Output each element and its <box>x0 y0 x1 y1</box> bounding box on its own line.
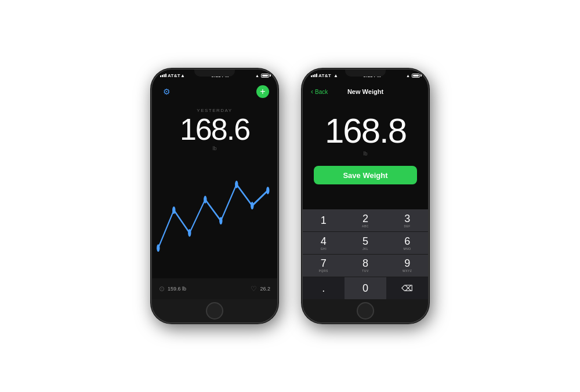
wifi-icon-1: ▲ <box>180 73 185 78</box>
health-icon: ♡ <box>251 285 257 293</box>
phone-2: AT&T ▲ 5:11 PM ▲ ‹ Back New Weight 168.8… <box>302 68 429 324</box>
toolbar-weight-history[interactable]: ⊙ 159.6 lb <box>159 285 186 293</box>
weight-unit-2: lb <box>363 151 367 157</box>
keypad: 1 2 ABC 3 DEF 4 GHI 5 JKL 6 MNO <box>303 209 428 299</box>
time-2: 5:11 PM <box>363 73 380 78</box>
key-7[interactable]: 7 PQRS <box>303 255 345 277</box>
phone-1-screen: AT&T ▲ 5:11 PM ▲ ⚙ + YESTERDAY 168.6 lb <box>152 70 277 322</box>
home-button-1[interactable] <box>206 302 223 320</box>
phone-2-screen: AT&T ▲ 5:11 PM ▲ ‹ Back New Weight 168.8… <box>303 70 428 322</box>
key-5[interactable]: 5 JKL <box>345 232 386 254</box>
signal-arrow-2: ▲ <box>406 74 410 78</box>
key-backspace[interactable]: ⌫ <box>386 277 428 299</box>
svg-point-2 <box>172 206 175 214</box>
chevron-left-icon: ‹ <box>311 88 313 96</box>
key-9[interactable]: 9 WXYZ <box>386 255 428 277</box>
bottom-toolbar: ⊙ 159.6 lb ♡ 26.2 <box>152 278 277 299</box>
back-label: Back <box>315 89 328 95</box>
home-button-area-1 <box>152 299 277 322</box>
svg-point-6 <box>235 180 238 188</box>
svg-point-5 <box>219 217 222 224</box>
key-4[interactable]: 4 GHI <box>303 232 345 254</box>
add-button[interactable]: + <box>256 85 269 98</box>
chart-svg <box>152 157 277 278</box>
svg-point-7 <box>251 202 253 209</box>
carrier-text-1: AT&T <box>168 73 180 78</box>
carrier-text-2: AT&T <box>318 73 331 78</box>
weight-value-1: 168.6 <box>180 114 249 144</box>
key-3[interactable]: 3 DEF <box>386 209 428 231</box>
svg-point-4 <box>204 196 206 204</box>
weight-chart <box>152 157 277 278</box>
history-icon: ⊙ <box>159 285 165 293</box>
battery-icon-1 <box>261 74 269 78</box>
home-button-2[interactable] <box>357 302 374 320</box>
bmi-value: 26.2 <box>260 286 270 292</box>
nav-title: New Weight <box>347 88 383 95</box>
svg-point-1 <box>157 244 160 252</box>
status-bar-1: AT&T ▲ 5:11 PM ▲ <box>152 70 277 81</box>
weight-unit-1: lb <box>212 146 216 151</box>
key-0[interactable]: 0 <box>345 277 386 299</box>
carrier-1 <box>160 74 166 77</box>
back-button[interactable]: ‹ Back <box>311 88 328 96</box>
status-bar-2: AT&T ▲ 5:11 PM ▲ <box>303 70 428 81</box>
save-weight-button[interactable]: Save Weight <box>314 166 416 184</box>
battery-area-2: ▲ <box>406 74 420 78</box>
key-dot[interactable]: . <box>303 277 345 299</box>
signal-arrow-1: ▲ <box>255 74 259 78</box>
key-1[interactable]: 1 <box>303 209 345 231</box>
weight-history-value: 159.6 lb <box>168 286 186 292</box>
battery-icon-2 <box>412 74 420 78</box>
key-6[interactable]: 6 MNO <box>386 232 428 254</box>
svg-point-3 <box>188 229 191 237</box>
key-8[interactable]: 8 TUV <box>345 255 386 277</box>
nav-bar-2: ‹ Back New Weight <box>303 81 428 102</box>
backspace-icon: ⌫ <box>401 284 413 293</box>
time-1: 5:11 PM <box>211 73 229 78</box>
home-button-area-2 <box>303 299 428 322</box>
phone-1: AT&T ▲ 5:11 PM ▲ ⚙ + YESTERDAY 168.6 lb <box>151 68 278 324</box>
main-content-2: 168.8 lb Save Weight <box>303 102 428 209</box>
settings-button[interactable]: ⚙ <box>160 85 173 98</box>
main-content-1: YESTERDAY 168.6 lb <box>152 102 277 278</box>
key-2[interactable]: 2 ABC <box>345 209 386 231</box>
signal-bars-2 <box>311 74 317 77</box>
wifi-icon-2: ▲ <box>334 73 338 78</box>
svg-point-8 <box>266 187 269 194</box>
weight-value-2: 168.8 <box>325 114 406 148</box>
toolbar-bmi[interactable]: ♡ 26.2 <box>251 285 270 293</box>
nav-bar-1: ⚙ + <box>152 81 277 102</box>
battery-area-1: ▲ <box>255 74 269 78</box>
